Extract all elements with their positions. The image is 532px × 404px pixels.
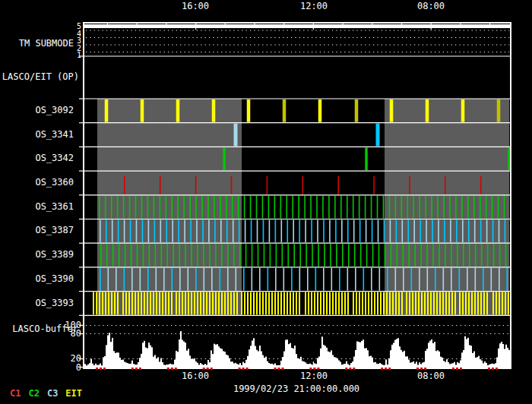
buffer-red-mark xyxy=(246,368,249,370)
row-label-os-3390: OS_3390 xyxy=(35,274,74,284)
buffer-red-mark xyxy=(175,368,177,370)
buffer-red-mark xyxy=(239,368,241,370)
row-label-os-3092: OS_3092 xyxy=(35,106,74,115)
buffer-red-mark xyxy=(274,368,277,370)
row-label-os-3387: OS_3387 xyxy=(35,226,74,235)
buffer-red-mark xyxy=(309,368,312,370)
row-label-os-3393: OS_3393 xyxy=(35,298,74,308)
row-os_3361 xyxy=(99,196,505,219)
legend-item-eit: EIT xyxy=(65,388,82,399)
buffer-red-mark xyxy=(452,368,454,370)
buffer-red-mark xyxy=(317,368,319,370)
row-label-lasco-eit-op: LASCO/EIT (OP) xyxy=(2,72,79,82)
buffer-red-mark xyxy=(135,368,138,370)
row-label-os-3341: OS_3341 xyxy=(35,130,74,140)
buffer-red-mark xyxy=(488,368,490,370)
buffer-red-mark xyxy=(167,368,169,370)
buffer-red-mark xyxy=(131,368,134,370)
buffer-red-mark xyxy=(385,368,387,370)
buffer-red-mark xyxy=(103,368,106,370)
row-lasco-buffer xyxy=(84,326,510,368)
buffer-red-mark xyxy=(139,368,141,370)
submode-scale-1: 1 xyxy=(77,52,81,59)
lasco-planning-timeline: 16:00 12:00 08:00 TM SUBMODE LASCO/EIT (… xyxy=(0,0,532,404)
row-os_3341 xyxy=(234,124,380,147)
buffer-scale-80: 80 xyxy=(71,329,81,339)
epoch-date-label: 1999/02/23 21:00:00.000 xyxy=(233,384,359,394)
buffer-red-mark xyxy=(171,368,173,370)
row-label-tm-submode: TM SUBMODE xyxy=(19,39,74,49)
row-label-os-3361: OS_3361 xyxy=(35,202,74,212)
buffer-red-mark xyxy=(100,368,102,370)
top-axis-label-12: 12:00 xyxy=(300,2,328,11)
row-os_3387 xyxy=(100,220,505,243)
row-label-os-3389: OS_3389 xyxy=(35,250,74,260)
buffer-red-mark xyxy=(313,368,315,370)
bottom-axis-label-16: 16:00 xyxy=(182,371,209,381)
row-os_3389 xyxy=(100,244,506,267)
buffer-red-mark xyxy=(282,368,284,370)
row-label-os-3360: OS_3360 xyxy=(35,178,74,188)
buffer-red-mark xyxy=(496,368,498,370)
buffer-red-mark xyxy=(424,368,426,370)
buffer-red-mark xyxy=(353,368,355,370)
buffer-red-mark xyxy=(207,368,209,370)
buffer-red-mark xyxy=(203,368,205,370)
buffer-red-mark xyxy=(381,368,383,370)
legend-item-c3: C3 xyxy=(47,388,58,399)
buffer-red-mark xyxy=(492,368,494,370)
buffer-red-mark xyxy=(211,368,213,370)
buffer-red-mark xyxy=(278,368,280,370)
buffer-red-mark xyxy=(460,368,462,370)
buffer-red-mark xyxy=(388,368,391,370)
legend-item-c2: C2 xyxy=(28,388,39,399)
telescope-legend: C1 C2 C3 EIT xyxy=(10,388,82,399)
buffer-red-mark xyxy=(456,368,458,370)
buffer-red-mark xyxy=(420,368,423,370)
tm-submode-value-line xyxy=(84,24,510,28)
buffer-red-mark xyxy=(349,368,351,370)
top-axis-label-16: 16:00 xyxy=(182,2,209,11)
row-label-os-3342: OS_3342 xyxy=(35,153,74,163)
bottom-axis-label-12: 12:00 xyxy=(300,371,328,381)
buffer-red-mark xyxy=(96,368,98,370)
bottom-axis-label-08: 08:00 xyxy=(417,371,445,381)
buffer-red-mark xyxy=(242,368,245,370)
legend-item-c1: C1 xyxy=(10,388,21,399)
top-axis-label-08: 08:00 xyxy=(417,2,445,11)
buffer-red-mark xyxy=(345,368,347,370)
buffer-scale-0: 0 xyxy=(76,363,81,373)
timeline-plot-canvas[interactable] xyxy=(0,0,532,404)
buffer-red-mark xyxy=(416,368,419,370)
